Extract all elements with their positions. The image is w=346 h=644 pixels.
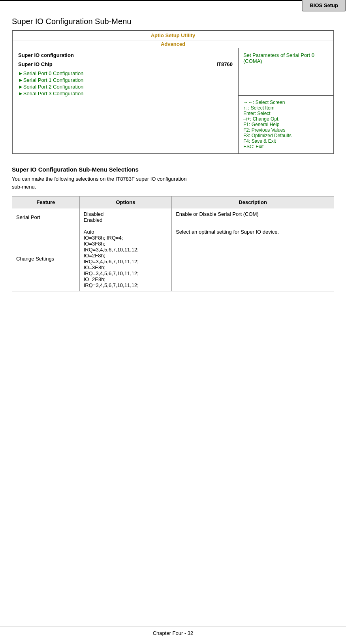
bios-utility-label: Aptio Setup Utility	[13, 31, 333, 40]
key-line-5: F2: Previous Values	[243, 127, 329, 133]
section2-description: You can make the following selections on…	[12, 175, 334, 191]
table-row: Change Settings Auto IO=3F8h; IRQ=4; IO=…	[12, 226, 334, 291]
bios-left-panel: Super IO configuration Super IO Chip IT8…	[13, 48, 239, 153]
section1-title: Super IO Configuration Sub-Menu	[12, 17, 334, 26]
section2-title: Super IO Configuration Sub-Menu Selectio…	[12, 166, 334, 173]
menu-item-1[interactable]: ►Serial Port 1 Configuration	[18, 77, 233, 83]
bios-chip-value: IT8760	[217, 61, 233, 67]
bios-advanced-label: Advanced	[13, 40, 333, 48]
key-line-3: –/+: Change Opt.	[243, 116, 329, 122]
key-line-6: F3: Optimized Defaults	[243, 133, 329, 138]
feature-serial-port: Serial Port	[12, 208, 80, 226]
bios-chip-label: Super IO Chip	[18, 61, 53, 67]
menu-item-2[interactable]: ►Serial Port 2 Configuration	[18, 84, 233, 90]
bios-screen: Aptio Setup Utility Advanced Super IO co…	[12, 30, 334, 154]
key-line-0: →←: Select Screen	[243, 100, 329, 105]
feature-table: Feature Options Description Serial Port …	[12, 196, 334, 291]
key-line-2: Enter: Select	[243, 111, 329, 116]
key-line-1: ↑↓: Select Item	[243, 105, 329, 111]
menu-item-0[interactable]: ►Serial Port 0 Configuration	[18, 70, 233, 76]
bios-setup-tab: BIOS Setup	[302, 0, 346, 11]
menu-item-3[interactable]: ►Serial Port 3 Configuration	[18, 91, 233, 96]
key-line-7: F4: Save & Exit	[243, 138, 329, 144]
key-line-8: ESC: Exit	[243, 144, 329, 149]
col-header-options: Options	[79, 196, 171, 208]
desc-serial-port: Enable or Disable Serial Port (COM)	[172, 208, 334, 226]
col-header-feature: Feature	[12, 196, 80, 208]
key-line-4: F1: General Help	[243, 122, 329, 127]
bios-menu-items: ►Serial Port 0 Configuration ►Serial Por…	[18, 70, 233, 96]
table-row: Serial Port Disabled Enabled Enable or D…	[12, 208, 334, 226]
bios-right-keys: →←: Select Screen ↑↓: Select Item Enter:…	[239, 96, 333, 153]
bios-main-title: Super IO configuration	[18, 52, 233, 58]
options-change-settings: Auto IO=3F8h; IRQ=4; IO=3F8h; IRQ=3,4,5,…	[79, 226, 171, 291]
footer-label: Chapter Four - 32	[153, 630, 194, 636]
bios-right-panel: Set Parameters of Serial Port 0 (COMA) →…	[239, 48, 333, 153]
options-serial-port: Disabled Enabled	[79, 208, 171, 226]
desc-change-settings: Select an optimal setting for Super IO d…	[172, 226, 334, 291]
bios-chip-row: Super IO Chip IT8760	[18, 61, 233, 67]
bios-right-description: Set Parameters of Serial Port 0 (COMA)	[239, 48, 333, 96]
col-header-description: Description	[172, 196, 334, 208]
feature-change-settings: Change Settings	[12, 226, 80, 291]
page-footer: Chapter Four - 32	[0, 627, 346, 636]
